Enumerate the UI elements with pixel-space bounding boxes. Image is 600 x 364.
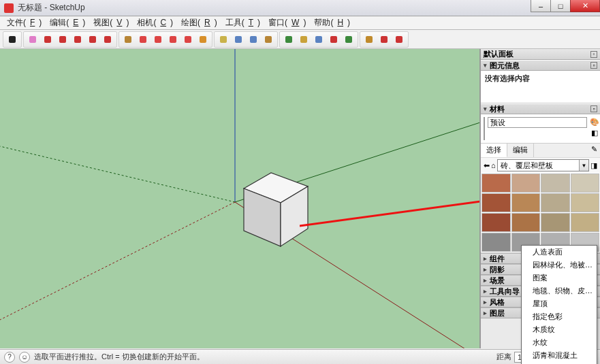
expand-icon: ▾ (484, 62, 487, 69)
tab-edit[interactable]: 编辑 (507, 144, 534, 157)
tray-title-bar[interactable]: 默认面板 ▫ (481, 49, 600, 60)
material-name-input[interactable] (488, 117, 587, 128)
protractor-icon[interactable] (247, 33, 260, 46)
material-category-dropdown[interactable]: 人造表面园林绿化、地被层和植被图案地毯、织物、皮革、纺织品和墙纸屋顶指定色彩木质… (521, 245, 597, 364)
tab-select[interactable]: 选择 (481, 144, 507, 157)
menu-r[interactable]: 绘图(R) (177, 16, 221, 30)
pan-icon[interactable] (297, 33, 311, 46)
svg-rect-2 (44, 36, 51, 43)
dropdown-item[interactable]: 屋顶 (522, 297, 597, 310)
material-swatch[interactable] (541, 193, 570, 212)
pushpull-icon[interactable] (121, 33, 135, 46)
material-swatch[interactable] (571, 173, 600, 193)
material-swatch[interactable] (481, 233, 511, 252)
material-swatch[interactable] (571, 213, 600, 232)
dropdown-item[interactable]: 水纹 (522, 336, 597, 349)
toolbar-group (3, 31, 22, 48)
dropdown-item[interactable]: 图案 (522, 271, 597, 284)
material-swatch[interactable] (571, 193, 600, 212)
menu-f[interactable]: 文件(F) (3, 16, 46, 30)
zoom-icon[interactable] (312, 33, 326, 46)
pencil-icon[interactable] (41, 33, 54, 46)
back-icon[interactable]: ⬅ (484, 161, 490, 170)
tape-measure-icon[interactable] (217, 33, 230, 46)
zoom-extents-icon[interactable] (327, 33, 341, 46)
tray-pin-icon[interactable]: ▫ (590, 51, 597, 58)
svg-rect-5 (89, 36, 96, 43)
tray-title-label: 默认面板 (484, 49, 514, 59)
circle-icon[interactable] (86, 33, 99, 46)
material-swatch[interactable] (481, 173, 511, 193)
paint-bucket-icon[interactable] (262, 33, 275, 46)
menu-e[interactable]: 编辑(E) (46, 16, 89, 30)
viewport-3d[interactable] (0, 49, 480, 348)
user-icon[interactable]: ☺ (19, 352, 30, 363)
material-swatch[interactable] (511, 173, 541, 193)
close-button[interactable]: ✕ (570, 0, 600, 12)
rotate-icon[interactable] (151, 33, 165, 46)
material-swatch[interactable] (541, 173, 570, 193)
dropdown-item[interactable]: 木质纹 (522, 323, 597, 336)
dropdown-item[interactable]: 园林绿化、地被层和植被 (522, 259, 597, 271)
panel-pin-icon[interactable]: ▫ (590, 62, 597, 69)
svg-rect-11 (185, 36, 191, 43)
offset-icon[interactable] (101, 33, 114, 46)
maximize-button[interactable]: □ (550, 0, 571, 12)
eyedropper-icon[interactable]: ✎ (588, 144, 600, 157)
select-arrow-icon[interactable] (5, 33, 19, 46)
details-icon[interactable]: ◨ (590, 161, 597, 170)
app-icon (4, 3, 14, 13)
status-bar: ? ☺ 选取平面进行推拉。Ctrl = 切换创建新的开始平面。 距离 1.33m (0, 349, 600, 364)
menu-v[interactable]: 视图(V) (89, 16, 133, 30)
material-swatch[interactable] (481, 213, 511, 232)
extension-warehouse-icon[interactable] (377, 33, 391, 46)
home-icon[interactable]: ⌂ (491, 161, 496, 169)
dropdown-item[interactable]: 地毯、织物、皮革、纺织品和墙纸 (522, 284, 597, 297)
entity-info-message: 没有选择内容 (485, 73, 596, 84)
material-swatch[interactable] (511, 213, 541, 232)
expand-icon: ▸ (484, 255, 487, 262)
section-plane-icon[interactable] (196, 33, 210, 46)
svg-rect-4 (74, 36, 81, 43)
menu-w[interactable]: 窗口(W) (264, 16, 310, 30)
move-icon[interactable] (136, 33, 150, 46)
orbit-icon[interactable] (282, 33, 296, 46)
dropdown-item[interactable]: 沥青和混凝土 (522, 349, 597, 362)
create-material-icon[interactable]: 🎨 (590, 117, 599, 127)
default-material-icon[interactable]: ◧ (590, 128, 599, 137)
material-swatch[interactable] (541, 213, 570, 232)
chevron-down-icon[interactable]: ▼ (579, 160, 588, 171)
zoom-window-icon[interactable] (342, 33, 356, 46)
material-category-combo[interactable]: 砖、覆层和壁板 ▼ (497, 159, 589, 171)
3d-warehouse-icon[interactable] (362, 33, 376, 46)
panel-head-materials[interactable]: ▾ 材料 ▫ (481, 103, 600, 114)
material-swatch[interactable] (511, 193, 541, 212)
menu-c[interactable]: 相机(C) (133, 16, 177, 30)
eraser-icon[interactable] (26, 33, 40, 46)
combo-value: 砖、覆层和壁板 (501, 161, 553, 171)
follow-me-icon[interactable] (181, 33, 195, 46)
minimize-button[interactable]: – (531, 0, 551, 12)
material-swatch[interactable] (481, 193, 511, 212)
arc-icon[interactable] (71, 33, 84, 46)
panel-title-entity-info: 图元信息 (490, 61, 520, 71)
rectangle-icon[interactable] (56, 33, 69, 46)
extension-manager-icon[interactable] (392, 33, 406, 46)
toolbar-group (23, 31, 117, 48)
panel-head-entity-info[interactable]: ▾ 图元信息 ▫ (481, 60, 600, 71)
panel-pin-icon[interactable]: ▫ (590, 105, 597, 112)
svg-rect-18 (300, 36, 307, 43)
text-icon[interactable] (232, 33, 245, 46)
scale-icon[interactable] (166, 33, 180, 46)
dropdown-item[interactable]: 指定色彩 (522, 310, 597, 323)
expand-icon: ▸ (484, 310, 487, 316)
menu-t[interactable]: 工具(T) (221, 16, 264, 30)
help-icon[interactable]: ? (4, 352, 15, 363)
svg-rect-15 (250, 36, 257, 43)
svg-rect-13 (220, 36, 227, 43)
status-hint: 选取平面进行推拉。Ctrl = 切换创建新的开始平面。 (34, 352, 204, 362)
menu-h[interactable]: 帮助(H) (310, 16, 354, 30)
panel-title: 场景 (490, 276, 505, 286)
current-material-swatch[interactable] (484, 117, 485, 140)
dropdown-item[interactable]: 人造表面 (522, 246, 597, 259)
